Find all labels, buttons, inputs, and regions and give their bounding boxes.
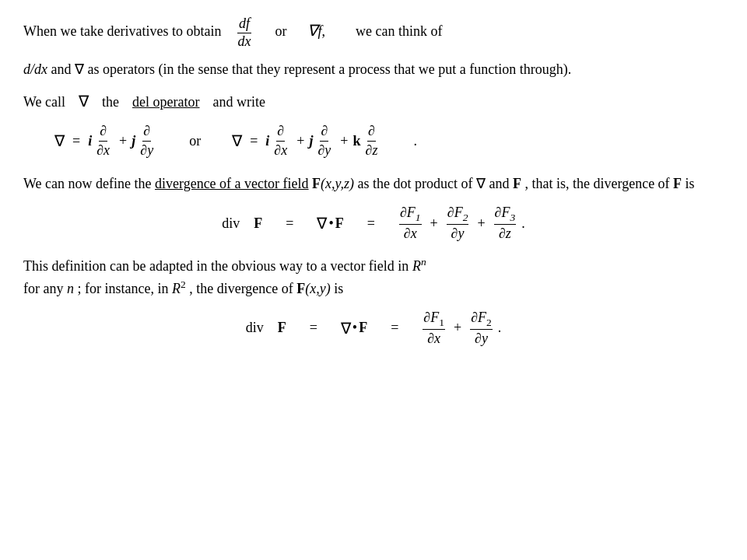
para5-2-sup: 2 [181, 278, 186, 290]
div-F2-1: F [335, 213, 344, 234]
div-plus-2: + [454, 317, 461, 338]
para5-Rn: R [412, 258, 421, 274]
para5-is: is [334, 281, 343, 296]
partial-x-1: ∂ ∂x [96, 122, 110, 159]
div-eq2-1: = [367, 213, 375, 234]
para5-R2: R [172, 281, 181, 296]
partial-x-2: ∂ ∂x [273, 122, 288, 159]
para5-n2: n [67, 281, 74, 296]
del-operator-link: del operator [132, 94, 199, 110]
para3-nabla: ∇ [79, 93, 89, 110]
paragraph-4: We can now define the divergence of a ve… [23, 173, 724, 194]
para2-text: d/dx and ∇ as operators (in the sense th… [23, 61, 571, 77]
i-vector-1: i [88, 131, 92, 152]
pF2-py: ∂F2 ∂y [447, 204, 469, 243]
para3-the: the [102, 94, 119, 110]
j-vector-1: j [132, 131, 135, 152]
partial-y-2: ∂ ∂y [317, 122, 331, 159]
j-vector-2: j [309, 131, 313, 152]
div-dot-2: • [352, 317, 357, 338]
para1-post: we can think of [356, 23, 442, 39]
div-dot-1: • [328, 213, 333, 234]
para1-comma: , [321, 23, 325, 39]
div-label-1: div [222, 213, 240, 234]
para5-mid2: ; for instance, in [77, 281, 171, 296]
pF3-pz: ∂F3 ∂z [494, 204, 517, 243]
div-F-2: F [278, 317, 286, 338]
df-numerator: df [237, 16, 251, 33]
div-period-1: . [521, 213, 525, 234]
para5-n-sup: n [421, 256, 426, 268]
para1-or: or [275, 23, 286, 39]
div-F2-2: F [359, 317, 367, 338]
div-F-1: F [254, 213, 262, 234]
paragraph-3: We call ∇ the del operator and write [23, 89, 724, 113]
plus-2: + [296, 131, 304, 152]
del-formula-left: ∇ = i ∂ ∂x + j ∂ ∂y [54, 122, 158, 159]
div-formula-2: div F = ∇ • F = ∂F1 ∂x + ∂F2 ∂y . [23, 309, 724, 348]
para5-post: , the divergence of [189, 281, 296, 296]
para5-xy: (x,y) [305, 281, 330, 296]
div-nabla-1: ∇ [317, 212, 327, 235]
para1-nabla: ∇ [307, 22, 317, 39]
div-eq1-2: = [310, 317, 317, 338]
para5-newline: for any [23, 281, 67, 296]
div-period-2: . [498, 317, 502, 338]
del-formula-right: ∇ = i ∂ ∂x + j ∂ ∂y + k ∂ [232, 122, 382, 159]
divergence-link: divergence of a vector field [155, 176, 309, 191]
k-vector: k [352, 131, 360, 152]
div-eq2-2: = [391, 317, 398, 338]
plus-3: + [340, 131, 348, 152]
df-dx-fraction: df dx [236, 16, 252, 50]
para1-pre: When we take derivatives to obtain [23, 23, 221, 39]
para5-pre: This definition can be adapted in the ob… [23, 258, 412, 274]
paragraph-2: d/dx and ∇ as operators (in the sense th… [23, 59, 724, 80]
i-vector-2: i [265, 131, 269, 152]
pF1-px: ∂F1 ∂x [399, 204, 422, 243]
para3-pre: We call [23, 94, 65, 110]
del-period: . [413, 131, 417, 152]
del-or: or [189, 131, 201, 152]
equals-2: = [250, 131, 258, 152]
para4-F3: F [673, 176, 682, 191]
partial-y-1: ∂ ∂y [139, 122, 154, 159]
partial-z: ∂ ∂z [364, 122, 378, 159]
main-content: When we take derivatives to obtain df dx… [23, 16, 724, 348]
para4-as: as the dot product of ∇ and [358, 176, 513, 191]
pF1-px-2: ∂F1 ∂x [423, 309, 445, 348]
para4-F2: F [513, 176, 521, 191]
para5-F: F [296, 281, 305, 296]
para3-and: and write [213, 94, 265, 110]
plus-1: + [119, 131, 127, 152]
nabla-symbol-2: ∇ [232, 129, 242, 152]
paragraph-5: This definition can be adapted in the ob… [23, 254, 724, 299]
del-formula-container: ∇ = i ∂ ∂x + j ∂ ∂y or ∇ = i [54, 122, 724, 159]
para4-is: is [686, 176, 695, 191]
div-eq1-1: = [286, 213, 293, 234]
div-label-2: div [246, 317, 264, 338]
div-nabla-2: ∇ [341, 317, 351, 340]
para4-args: (x,y,z) [321, 176, 354, 191]
para4-F1: F [312, 176, 321, 191]
div-plus1: + [430, 213, 438, 234]
df-denominator: dx [236, 33, 252, 51]
div-formula-1: div F = ∇ • F = ∂F1 ∂x + ∂F2 ∂y + ∂F3 ∂z… [23, 204, 724, 243]
para4-pre: We can now define the [23, 176, 155, 191]
para4-comma: , that is, the divergence of [525, 176, 674, 191]
div-plus2: + [477, 213, 485, 234]
equals-1: = [72, 131, 80, 152]
nabla-symbol-1: ∇ [54, 129, 65, 152]
paragraph-1: When we take derivatives to obtain df dx… [23, 16, 724, 50]
pF2-py-2: ∂F2 ∂y [470, 309, 493, 348]
